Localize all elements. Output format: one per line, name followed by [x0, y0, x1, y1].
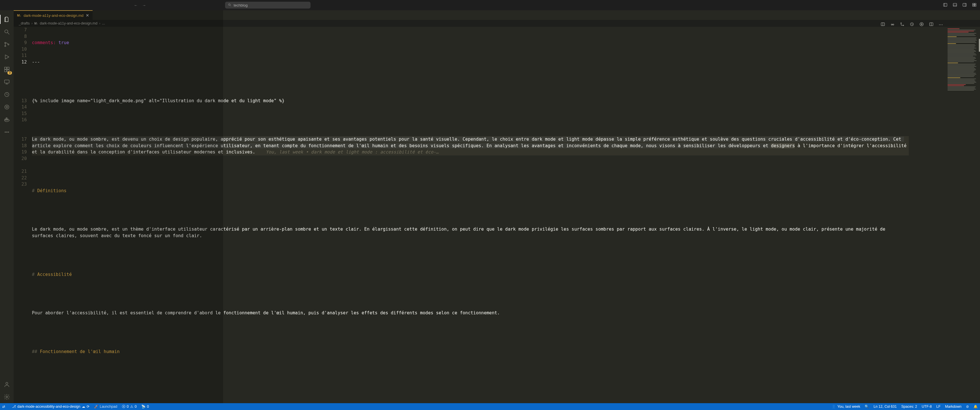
- customize-layout-icon[interactable]: [972, 3, 977, 8]
- svg-rect-4: [953, 3, 957, 6]
- svg-point-38: [891, 24, 892, 25]
- tab-close-icon[interactable]: ✕: [86, 13, 89, 17]
- editor-actions: ⋯: [881, 21, 943, 29]
- file-history-icon[interactable]: [910, 22, 914, 27]
- zoom-icon: 🔍: [865, 405, 869, 408]
- svg-rect-11: [975, 5, 976, 6]
- remote-icon: ⇄: [2, 405, 5, 408]
- svg-rect-18: [7, 67, 9, 69]
- settings-gear-icon[interactable]: [0, 391, 14, 403]
- svg-line-1: [230, 5, 231, 6]
- search-icon: [228, 3, 231, 7]
- source-control-icon[interactable]: [0, 38, 14, 51]
- svg-point-43: [920, 22, 923, 26]
- titlebar: ← → techblog: [0, 0, 980, 10]
- explorer-icon[interactable]: [0, 13, 14, 25]
- tab-bar: M↓ dark-mode-a11y-and-eco-design.md ✕: [14, 10, 980, 20]
- more-actions-icon[interactable]: ⋯: [939, 22, 943, 27]
- chevron-right-icon: ›: [99, 21, 100, 25]
- code-line: [32, 367, 909, 374]
- breadcrumb-tail: ...: [102, 21, 105, 25]
- svg-point-35: [6, 396, 8, 398]
- chevron-right-icon: ›: [31, 21, 32, 25]
- tab-active[interactable]: M↓ dark-mode-a11y-and-eco-design.md ✕: [14, 10, 92, 20]
- svg-rect-17: [5, 67, 6, 69]
- run-file-icon[interactable]: [919, 22, 924, 27]
- history-icon[interactable]: [0, 88, 14, 101]
- nav-forward-icon[interactable]: →: [142, 3, 146, 7]
- breadcrumb[interactable]: _drafts › M↓ dark-mode-a11y-and-eco-desi…: [14, 20, 980, 27]
- launchpad[interactable]: 🚀 Launchpad: [94, 405, 118, 408]
- status-bar: ⇄ ⎇ dark-mode-accessibility-and-eco-desi…: [0, 403, 980, 410]
- markdown-file-icon: M↓: [34, 22, 38, 25]
- open-preview-side-icon[interactable]: [881, 22, 885, 27]
- svg-rect-29: [7, 119, 8, 120]
- code-line: [32, 329, 909, 336]
- feedback-icon[interactable]: ⊘: [966, 405, 969, 408]
- zoom-status[interactable]: 🔍: [865, 405, 869, 408]
- remote-indicator[interactable]: ⇄: [0, 403, 7, 410]
- split-editor-icon[interactable]: [929, 22, 934, 27]
- code-line: [32, 78, 909, 85]
- gitlens-icon[interactable]: [0, 101, 14, 113]
- line-number-gutter: 789101112 13141516 17181920 212223: [14, 27, 32, 403]
- svg-point-32: [6, 132, 7, 133]
- editor-column: M↓ dark-mode-a11y-and-eco-design.md ✕ ⋯ …: [14, 10, 980, 403]
- ports[interactable]: 📡 0: [141, 405, 149, 408]
- docker-icon[interactable]: [0, 113, 14, 126]
- toggle-bottom-panel-icon[interactable]: [953, 3, 957, 8]
- extensions-icon[interactable]: 3: [0, 63, 14, 76]
- rocket-icon: 🚀: [94, 405, 98, 408]
- encoding[interactable]: UTF-8: [921, 405, 932, 408]
- minimap[interactable]: [946, 27, 980, 403]
- code-line: ## Fonctionnement de l'œil humain: [32, 348, 909, 355]
- language-mode[interactable]: Markdown: [945, 405, 961, 408]
- svg-rect-6: [963, 3, 966, 6]
- command-center-search[interactable]: techblog: [225, 2, 310, 8]
- cursor-position[interactable]: Ln 12, Col 631: [873, 405, 897, 408]
- error-icon: ⓧ: [122, 404, 125, 409]
- eol[interactable]: LF: [936, 405, 941, 408]
- remote-explorer-icon[interactable]: [0, 76, 14, 88]
- notifications-icon[interactable]: 🔔: [974, 405, 978, 408]
- person-icon: 👤: [832, 405, 836, 408]
- markdown-file-icon: M↓: [17, 14, 21, 17]
- editor-body[interactable]: 789101112 13141516 17181920 212223 comme…: [14, 27, 980, 403]
- radio-icon: 📡: [141, 405, 146, 408]
- toggle-glasses-icon[interactable]: [890, 22, 895, 27]
- sync-icon: ⟳: [87, 405, 89, 408]
- problems[interactable]: ⓧ 0 ⚠ 0: [122, 404, 137, 409]
- code-line: [32, 117, 909, 123]
- indentation[interactable]: Spaces: 2: [901, 405, 917, 408]
- code-line: Pour aborder l'accessibilité, il est ess…: [32, 310, 909, 316]
- nav-back-icon[interactable]: ←: [134, 3, 138, 7]
- svg-point-0: [229, 4, 230, 5]
- svg-rect-30: [6, 118, 7, 119]
- main-area: 3 M↓ dark-mode-a11y-a: [0, 10, 980, 403]
- svg-rect-28: [6, 119, 7, 120]
- code-line: # Accessibilité: [32, 271, 909, 278]
- minimap-viewport[interactable]: [979, 39, 980, 52]
- toggle-left-panel-icon[interactable]: [943, 3, 948, 8]
- inline-blame: You, last week • dark mode et light mode…: [255, 149, 439, 154]
- git-branch[interactable]: ⎇ dark-mode-accessibility-and-eco-design…: [12, 405, 89, 408]
- more-icon[interactable]: [0, 126, 14, 138]
- code-line: comments: true: [32, 40, 909, 46]
- code-area[interactable]: comments: true --- {% include image name…: [32, 27, 946, 403]
- code-line: [32, 252, 909, 259]
- accounts-icon[interactable]: [0, 378, 14, 391]
- branch-icon: ⎇: [12, 405, 16, 408]
- svg-point-12: [5, 30, 8, 33]
- git-compare-icon[interactable]: [900, 22, 905, 27]
- code-line: {% include image name="light_dark_mode.p…: [32, 98, 909, 104]
- search-sidebar-icon[interactable]: [0, 25, 14, 38]
- toggle-right-panel-icon[interactable]: [963, 3, 967, 8]
- svg-point-26: [6, 106, 8, 108]
- svg-point-33: [8, 132, 9, 133]
- run-debug-icon[interactable]: [0, 51, 14, 63]
- extensions-badge: 3: [7, 71, 12, 75]
- svg-rect-21: [5, 80, 10, 83]
- svg-rect-10: [973, 5, 974, 6]
- blame-status[interactable]: 👤 You, last week: [832, 405, 860, 408]
- code-line: Le dark mode, ou mode sombre, est un thè…: [32, 226, 909, 239]
